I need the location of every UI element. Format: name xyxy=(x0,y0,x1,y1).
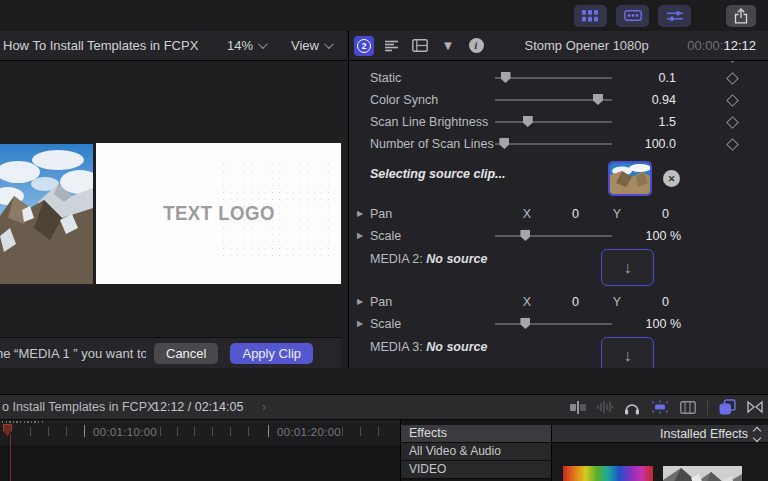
param-value[interactable]: 100.0 xyxy=(616,137,676,151)
film-frame-icon xyxy=(412,39,428,52)
scale-label: Scale xyxy=(370,317,401,331)
param-slider[interactable] xyxy=(495,89,612,111)
clip-title: Stomp Opener 1080p xyxy=(486,38,687,53)
ruler-timecode-label: 00:01:20:00 xyxy=(277,426,341,438)
text-inspector-tab[interactable] xyxy=(382,36,402,56)
effect-thumbnail-rainbow[interactable] xyxy=(563,466,653,481)
pan-y-value[interactable]: 0 xyxy=(635,295,669,309)
pan-y-label: Y xyxy=(611,207,623,221)
keyframe-diamond-icon[interactable] xyxy=(726,61,739,63)
clear-source-button[interactable]: ✕ xyxy=(663,170,680,187)
zoom-level-dropdown[interactable]: 14% xyxy=(227,38,265,53)
timeline-project-name[interactable]: o Install Templates in FCPX xyxy=(2,400,155,414)
video-frame-mountain[interactable] xyxy=(0,144,93,284)
transition-inspector-tab[interactable]: ▼ xyxy=(438,36,458,56)
effects-category-video[interactable]: VIDEO xyxy=(401,461,551,479)
effect-thumbnail-grayscale[interactable] xyxy=(663,466,742,481)
disclosure-triangle-icon[interactable]: ▶ xyxy=(357,231,363,240)
filmstrip-icon xyxy=(624,10,642,21)
effects-category-all[interactable]: All Video & Audio xyxy=(401,443,551,461)
triangle-down-icon: ▼ xyxy=(442,39,455,52)
share-icon xyxy=(734,8,748,24)
param-row: Scan Line Brightness 1.5 xyxy=(349,111,768,133)
media-3-name: MEDIA 3: xyxy=(370,340,423,354)
scale-value[interactable]: 100 % xyxy=(601,317,681,331)
scale-row: ▶ Scale 100 % xyxy=(349,313,768,335)
view-dropdown[interactable]: View xyxy=(291,38,331,53)
apply-clip-button[interactable]: Apply Clip xyxy=(230,343,313,364)
effects-browser: Effects All Video & Audio VIDEO Installe… xyxy=(400,420,768,481)
info-icon: i xyxy=(469,38,484,53)
video-frame-text-logo[interactable]: TEXT LOGO xyxy=(96,143,341,284)
chevron-right-icon[interactable]: › xyxy=(262,399,266,414)
keyframe-diamond-icon[interactable] xyxy=(726,94,739,107)
scale-slider[interactable] xyxy=(495,313,612,335)
installed-effects-label: Installed Effects xyxy=(660,427,748,441)
zoom-level-value: 14% xyxy=(227,38,253,53)
inspector-toggle-button[interactable] xyxy=(658,5,691,27)
pan-x-value[interactable]: 0 xyxy=(545,295,579,309)
timecode-seconds: 12:12 xyxy=(723,38,756,53)
keyframe-diamond-icon[interactable] xyxy=(726,72,739,85)
trim-icon[interactable] xyxy=(570,400,586,414)
param-value[interactable]: 10.0 xyxy=(616,61,676,63)
param-label: Color Synch xyxy=(370,93,438,107)
fcpx-window: How To Install Templates in FCPX 14% Vie… xyxy=(0,0,768,481)
disclosure-triangle-icon[interactable]: ▶ xyxy=(357,297,363,306)
scale-label: Scale xyxy=(370,229,401,243)
keyframe-diamond-icon[interactable] xyxy=(726,138,739,151)
playhead-line xyxy=(10,434,12,481)
cancel-button[interactable]: Cancel xyxy=(154,343,218,364)
apply-clip-dialog: he “MEDIA 1 ” you want to... Cancel Appl… xyxy=(0,337,341,368)
disclosure-triangle-icon[interactable]: ▶ xyxy=(357,319,363,328)
snapping-icon[interactable] xyxy=(651,400,669,414)
installed-effects-dropdown[interactable]: Installed Effects xyxy=(552,425,768,443)
effects-browser-icon[interactable] xyxy=(719,399,736,415)
clip-appearance-icon[interactable] xyxy=(680,401,696,414)
param-slider[interactable] xyxy=(495,67,612,89)
browser-toggle-button[interactable] xyxy=(574,5,607,27)
param-slider[interactable] xyxy=(495,111,612,133)
down-arrow-icon: ↓ xyxy=(624,259,632,277)
effects-sidebar: Effects All Video & Audio VIDEO xyxy=(401,425,551,479)
toolbar-divider xyxy=(707,399,708,415)
text-lines-icon xyxy=(385,40,399,52)
viewer-title: How To Install Templates in FCPX xyxy=(0,38,227,53)
media-2-drop-button[interactable]: ↓ xyxy=(601,249,654,286)
timeline-tracks[interactable] xyxy=(0,445,400,481)
param-slider[interactable] xyxy=(495,133,612,155)
media-2-name: MEDIA 2: xyxy=(370,252,423,266)
viewer-header: How To Install Templates in FCPX 14% Vie… xyxy=(0,31,347,61)
param-value[interactable]: 0.1 xyxy=(616,71,676,85)
video-inspector-tab[interactable] xyxy=(410,36,430,56)
pan-y-value[interactable]: 0 xyxy=(635,207,669,221)
window-toolbar xyxy=(0,0,768,32)
media-3-drop-button[interactable]: ↓ xyxy=(601,337,654,368)
param-value[interactable]: 1.5 xyxy=(616,115,676,129)
dialog-message: he “MEDIA 1 ” you want to... xyxy=(0,346,146,361)
scale-slider[interactable] xyxy=(495,225,612,247)
sliders-icon xyxy=(667,10,683,22)
chevron-down-icon xyxy=(324,39,334,49)
disclosure-triangle-icon[interactable]: ▶ xyxy=(357,209,363,218)
generator-inspector-tab[interactable]: 2 xyxy=(354,36,374,56)
timeline-toggle-button[interactable] xyxy=(616,5,649,27)
headphones-icon[interactable] xyxy=(624,400,640,415)
pan-x-value[interactable]: 0 xyxy=(545,207,579,221)
source-clip-thumbnail[interactable] xyxy=(608,161,652,196)
param-row: Number of Scan Lines 100.0 xyxy=(349,133,768,155)
timeline-ruler[interactable]: 00:01:10:00 00:01:20:00 xyxy=(0,420,400,445)
keyframe-diamond-icon[interactable] xyxy=(726,116,739,129)
audio-waveform-icon[interactable] xyxy=(597,400,613,414)
media-2-row: MEDIA 2: No source ↓ xyxy=(349,247,768,289)
media-2-label: MEDIA 2: No source xyxy=(370,252,487,266)
info-inspector-tab[interactable]: i xyxy=(466,36,486,56)
view-label: View xyxy=(291,38,319,53)
share-button[interactable] xyxy=(726,5,756,27)
generator-badge-icon: 2 xyxy=(357,39,371,53)
timeline-toolbar: o Install Templates in FCPX 12:12 / 02:1… xyxy=(0,394,768,420)
param-value[interactable]: 0.94 xyxy=(616,93,676,107)
scale-value[interactable]: 100 % xyxy=(601,229,681,243)
pan-label: Pan xyxy=(370,295,392,309)
transitions-browser-icon[interactable] xyxy=(747,400,763,414)
